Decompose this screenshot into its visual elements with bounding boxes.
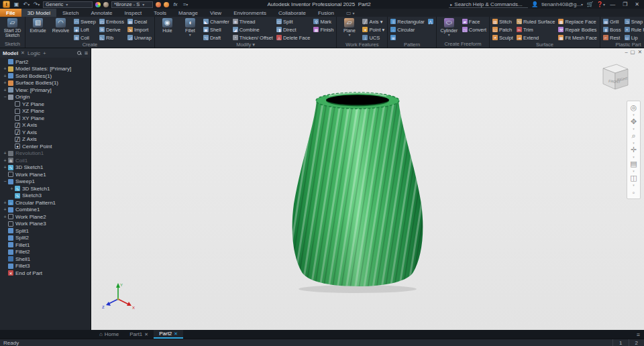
view-face-icon[interactable]: ◫ <box>628 173 639 183</box>
more-tools-icon[interactable]: ◦ <box>628 187 639 197</box>
tree-item-split1[interactable]: Split1 <box>0 227 91 235</box>
expander-icon[interactable]: + <box>3 88 7 93</box>
tree-item-work-plane3[interactable]: Work Plane3 <box>0 221 91 228</box>
browser-menu-icon[interactable]: ≡ <box>85 50 88 56</box>
help-search-box[interactable]: ▸ Search Help & Commands... <box>449 1 528 8</box>
tree-item-combine1[interactable]: +Combine1 <box>0 207 91 214</box>
viewcube[interactable]: FRONT RIGHT <box>594 58 633 97</box>
zoom-icon[interactable]: ⌕ <box>628 131 639 141</box>
patch-button[interactable]: ◱Patch <box>491 25 515 34</box>
coil-button[interactable]: ≋Coil <box>72 34 97 42</box>
replace-face-button[interactable]: ▩Replace Face <box>557 17 598 25</box>
ribbon-tab-file[interactable]: File <box>0 9 21 17</box>
cylinder-button[interactable]: ⬭Cylinder▾ <box>438 17 460 38</box>
ribbon-tab-3d-model[interactable]: 3D Model <box>21 9 56 17</box>
tree-item-end-of-part[interactable]: ✕End of Part <box>0 270 91 277</box>
tree-item-x-axis[interactable]: ╱X Axis <box>0 122 91 129</box>
material-sphere-icon[interactable] <box>103 2 109 7</box>
cart-icon[interactable]: 🛒 <box>586 1 594 8</box>
chamfer-button[interactable]: ◣Chamfer <box>202 17 231 25</box>
shell-button[interactable]: ▣Shell <box>202 25 231 34</box>
browser-tab-model[interactable]: Model <box>3 50 18 56</box>
orbit-icon[interactable]: ✛ <box>628 145 639 155</box>
finish-button[interactable]: ▦Finish <box>312 25 335 34</box>
axis-button[interactable]: ╱Axis ▾ <box>361 17 386 25</box>
repair-bodies-button[interactable]: ⚒Repair Bodies <box>557 25 598 34</box>
expander-icon[interactable]: + <box>9 186 14 191</box>
derive-button[interactable]: ⧉Derive <box>98 25 125 34</box>
face-button[interactable]: ▰Face <box>461 17 488 25</box>
doc-tab-close-icon[interactable]: ✕ <box>174 331 178 337</box>
expander-icon[interactable]: + <box>3 80 7 85</box>
tree-item-y-axis[interactable]: ╱Y Axis <box>0 129 91 136</box>
material-select[interactable]: Generic ▾ <box>43 1 93 8</box>
tree-item-sweep1[interactable]: −Sweep1 <box>0 178 91 186</box>
snap-fit-button[interactable]: ⊐Snap Fit <box>623 17 644 25</box>
rest-button[interactable]: ⌐Rest <box>602 34 623 42</box>
nav-expander-icon[interactable]: ▾ <box>633 170 635 172</box>
extend-button[interactable]: ⇥Extend <box>515 34 557 42</box>
start-2d-sketch-button[interactable]: ▱Start 2D Sketch <box>1 17 23 38</box>
doc-tab-part1[interactable]: Part1✕ <box>124 330 154 339</box>
color-wheel-icon[interactable] <box>95 2 101 7</box>
minimize-button[interactable]: — <box>608 1 617 7</box>
tree-item-fillet3[interactable]: Fillet3 <box>0 263 91 270</box>
sketch-driven-pattern-button[interactable]: ⊞ <box>389 34 425 42</box>
tree-item-sketch3[interactable]: ∿Sketch3 <box>0 192 91 200</box>
ribbon-tab-sketch[interactable]: Sketch <box>56 9 85 17</box>
ribbon-tab-tools[interactable]: Tools <box>148 9 172 17</box>
parameters-fx-icon[interactable]: fx <box>172 1 179 8</box>
ruled-surface-button[interactable]: ◹Ruled Surface <box>515 17 557 25</box>
rule-fillet-button[interactable]: ◖Rule Fillet <box>623 25 644 34</box>
combine-button[interactable]: ◪Combine <box>231 25 274 34</box>
expander-icon[interactable]: − <box>3 95 7 99</box>
extrude-button[interactable]: ▧Extrude <box>27 17 49 33</box>
boss-button[interactable]: ⋕Boss <box>602 25 623 34</box>
look-at-icon[interactable]: ▤ <box>628 159 639 169</box>
sculpt-button[interactable]: ◕Sculpt <box>491 34 515 42</box>
expander-icon[interactable]: + <box>3 215 7 219</box>
tree-item-3d-sketch1[interactable]: +∿3D Sketch1 <box>0 164 91 172</box>
tree-item-surface-bodies-1[interactable]: +Surface Bodies(1) <box>0 80 91 87</box>
nav-expander-icon[interactable]: ▾ <box>633 156 635 158</box>
tree-item-fillet2[interactable]: Fillet2 <box>0 249 91 256</box>
plane-button[interactable]: ▱Plane▾ <box>338 17 360 38</box>
tree-item-work-plane2[interactable]: +Work Plane2 <box>0 213 91 221</box>
hole-button[interactable]: ◉Hole <box>156 17 178 33</box>
doc-restore-button[interactable]: ▢ <box>631 49 635 55</box>
ribbon-tab-view[interactable]: View <box>204 9 227 17</box>
tree-item-solid-bodies-1[interactable]: +Solid Bodies(1) <box>0 72 91 80</box>
browser-add-tab-button[interactable]: + <box>43 50 46 56</box>
ribbon-tab-annotate[interactable]: Annotate <box>85 9 119 17</box>
nav-expander-icon[interactable]: ▾ <box>633 184 635 186</box>
screencast-icon[interactable]: ▭▾ <box>340 9 361 17</box>
save-icon[interactable]: ▣ <box>13 1 20 8</box>
navigation-wheel-icon[interactable]: ◎ <box>628 103 639 113</box>
emboss-button[interactable]: ◰Emboss <box>98 17 125 25</box>
ribbon-tab-collaborate[interactable]: Collaborate <box>272 9 312 17</box>
browser-search-icon[interactable] <box>77 51 82 56</box>
browser-tab-logic[interactable]: Logic <box>28 50 40 56</box>
mark-button[interactable]: ⚲Mark <box>312 17 335 25</box>
ribbon-tab-manage[interactable]: Manage <box>172 9 204 17</box>
tree-item-view-primary[interactable]: +View: [Primary] <box>0 86 91 94</box>
grill-button[interactable]: ▤Grill <box>602 17 623 25</box>
nav-expander-icon[interactable]: ▾ <box>633 141 635 144</box>
decal-button[interactable]: ▤Decal <box>126 17 153 25</box>
tree-item-3d-sketch1[interactable]: +∿3D Sketch1 <box>0 185 91 192</box>
clear-appearance-icon[interactable] <box>164 2 169 7</box>
import-button[interactable]: ⇲Import <box>126 25 153 34</box>
expander-icon[interactable]: − <box>3 179 7 184</box>
split-button[interactable]: ◫Split <box>275 17 311 25</box>
nav-expander-icon[interactable]: ▾ <box>633 113 635 116</box>
redo-icon[interactable]: ↷▾ <box>33 1 40 8</box>
tree-item-revolution1[interactable]: +Revolution1 <box>0 150 91 158</box>
rib-button[interactable]: ◺Rib <box>98 34 125 42</box>
ribbon-tab-fusion[interactable]: Fusion <box>312 9 340 17</box>
appearance-select[interactable]: *Bronze - S ▾ <box>111 1 153 8</box>
tree-item-model-states-primary[interactable]: +Model States: [Primary] <box>0 66 91 73</box>
fit-mesh-face-button[interactable]: ▦Fit Mesh Face <box>557 34 598 42</box>
ribbon-tab-inspect[interactable]: Inspect <box>119 9 148 17</box>
mirror-button[interactable]: ⋀ <box>427 17 435 25</box>
expander-icon[interactable]: + <box>3 207 7 212</box>
